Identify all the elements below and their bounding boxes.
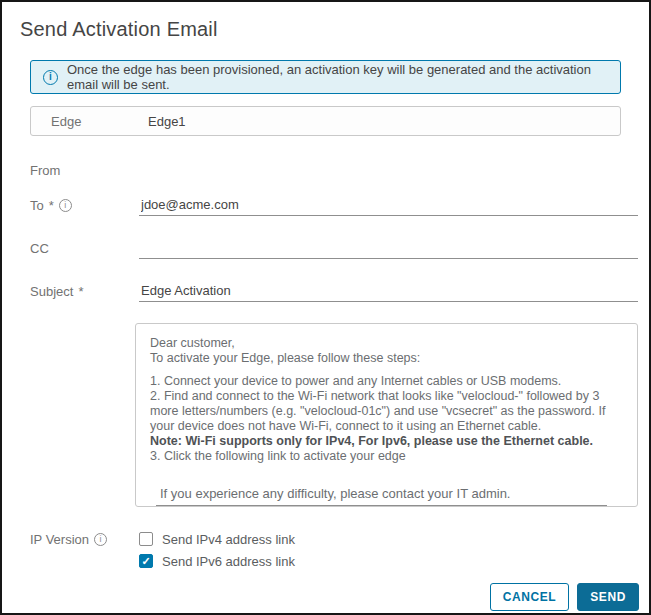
to-input[interactable] — [139, 196, 638, 216]
ip-version-label: IP Version i — [30, 531, 139, 547]
required-marker: * — [78, 284, 83, 299]
ipv6-option-row: ✓ Send IPv6 address link — [139, 553, 295, 569]
cancel-button[interactable]: CANCEL — [490, 583, 570, 611]
required-marker: * — [49, 198, 54, 213]
message-step1: 1. Connect your device to power and any … — [150, 374, 623, 389]
from-row: From — [2, 162, 649, 178]
send-button[interactable]: SEND — [577, 583, 639, 611]
spacer — [150, 366, 623, 374]
ipv4-option-label: Send IPv4 address link — [162, 532, 295, 547]
ipv6-option-label: Send IPv6 address link — [162, 554, 295, 569]
support-line-input[interactable] — [156, 486, 607, 506]
email-body-preview: Dear customer, To activate your Edge, pl… — [135, 323, 638, 507]
message-greeting: Dear customer, — [150, 336, 623, 351]
info-banner-text: Once the edge has been provisioned, an a… — [67, 62, 608, 92]
ipv4-option-row: ✓ Send IPv4 address link — [139, 531, 295, 547]
subject-label: Subject * — [30, 284, 139, 302]
message-step3: 3. Click the following link to activate … — [150, 449, 623, 464]
info-circle-icon: i — [43, 70, 58, 85]
message-step2: 2. Find and connect to the Wi-Fi network… — [150, 389, 623, 434]
send-activation-email-dialog: Send Activation Email i Once the edge ha… — [0, 0, 651, 615]
check-icon: ✓ — [141, 556, 150, 567]
from-label: From — [30, 163, 139, 178]
ipv6-checkbox[interactable]: ✓ — [139, 554, 153, 568]
info-banner: i Once the edge has been provisioned, an… — [30, 60, 621, 94]
edge-label: Edge — [51, 114, 148, 129]
to-info-icon[interactable]: i — [59, 199, 72, 212]
subject-input[interactable] — [139, 282, 638, 302]
ip-version-options: ✓ Send IPv4 address link ✓ Send IPv6 add… — [139, 531, 295, 575]
subject-row: Subject * — [2, 282, 649, 302]
support-line-wrap — [156, 486, 607, 506]
ip-version-info-icon[interactable]: i — [94, 533, 107, 546]
message-intro: To activate your Edge, please follow the… — [150, 351, 623, 366]
edge-readonly-row: Edge Edge1 — [30, 106, 621, 136]
page-title: Send Activation Email — [20, 16, 631, 42]
to-row: To * i — [2, 196, 649, 216]
cc-label: CC — [30, 241, 139, 259]
ipv4-checkbox[interactable]: ✓ — [139, 532, 153, 546]
ip-version-section: IP Version i ✓ Send IPv4 address link ✓ … — [2, 531, 649, 575]
cc-input[interactable] — [139, 239, 638, 259]
message-note: Note: Wi-Fi supports only for IPv4, For … — [150, 434, 623, 449]
to-label: To * i — [30, 198, 139, 216]
edge-value: Edge1 — [148, 114, 186, 129]
dialog-footer: CANCEL SEND — [2, 583, 639, 611]
cc-row: CC — [2, 239, 649, 259]
